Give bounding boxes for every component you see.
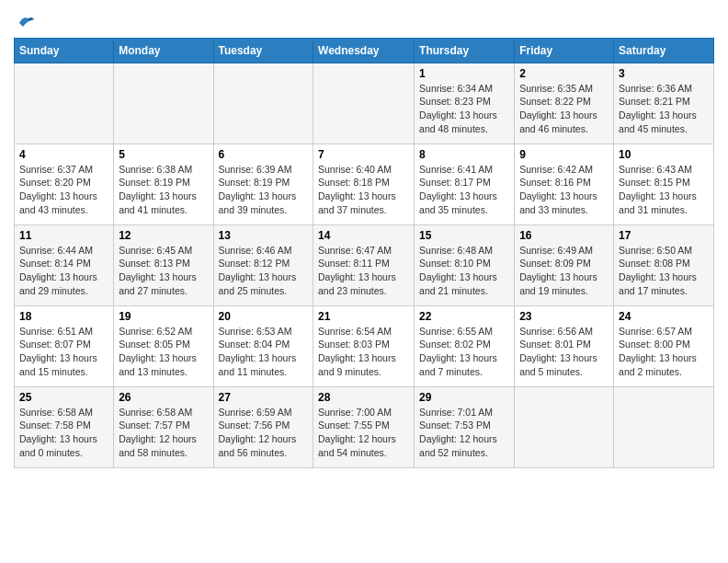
calendar-cell: 20Sunrise: 6:53 AM Sunset: 8:04 PM Dayli… <box>213 305 313 386</box>
day-number: 21 <box>318 310 409 323</box>
calendar-cell <box>213 63 313 144</box>
day-number: 28 <box>318 391 409 404</box>
day-number: 5 <box>119 148 208 161</box>
day-number: 3 <box>619 67 709 80</box>
calendar-cell: 11Sunrise: 6:44 AM Sunset: 8:14 PM Dayli… <box>15 224 114 305</box>
day-info: Sunrise: 6:49 AM Sunset: 8:09 PM Dayligh… <box>519 244 609 298</box>
day-info: Sunrise: 6:54 AM Sunset: 8:03 PM Dayligh… <box>318 325 409 379</box>
calendar-cell: 25Sunrise: 6:58 AM Sunset: 7:58 PM Dayli… <box>15 386 114 467</box>
calendar-table: SundayMondayTuesdayWednesdayThursdayFrid… <box>14 38 714 468</box>
day-info: Sunrise: 6:46 AM Sunset: 8:12 PM Dayligh… <box>219 244 309 298</box>
day-number: 7 <box>318 148 409 161</box>
day-number: 25 <box>19 391 108 404</box>
day-info: Sunrise: 6:57 AM Sunset: 8:00 PM Dayligh… <box>619 325 709 379</box>
day-header-saturday: Saturday <box>614 38 714 63</box>
day-header-wednesday: Wednesday <box>313 38 415 63</box>
day-number: 17 <box>619 229 709 242</box>
day-info: Sunrise: 6:52 AM Sunset: 8:05 PM Dayligh… <box>119 325 208 379</box>
calendar-cell: 16Sunrise: 6:49 AM Sunset: 8:09 PM Dayli… <box>515 224 614 305</box>
day-number: 14 <box>318 229 409 242</box>
calendar-cell: 21Sunrise: 6:54 AM Sunset: 8:03 PM Dayli… <box>313 305 415 386</box>
day-info: Sunrise: 6:40 AM Sunset: 8:18 PM Dayligh… <box>318 163 409 217</box>
calendar-cell: 2Sunrise: 6:35 AM Sunset: 8:22 PM Daylig… <box>515 63 614 144</box>
day-number: 18 <box>19 310 108 323</box>
calendar-cell: 7Sunrise: 6:40 AM Sunset: 8:18 PM Daylig… <box>313 144 415 224</box>
day-header-monday: Monday <box>114 38 213 63</box>
day-info: Sunrise: 6:42 AM Sunset: 8:16 PM Dayligh… <box>519 163 609 217</box>
days-header-row: SundayMondayTuesdayWednesdayThursdayFrid… <box>15 38 714 63</box>
day-info: Sunrise: 6:56 AM Sunset: 8:01 PM Dayligh… <box>519 325 609 379</box>
logo <box>14 9 38 32</box>
calendar-cell: 3Sunrise: 6:36 AM Sunset: 8:21 PM Daylig… <box>614 63 714 144</box>
calendar-cell: 18Sunrise: 6:51 AM Sunset: 8:07 PM Dayli… <box>15 305 114 386</box>
calendar-cell <box>515 386 614 467</box>
day-info: Sunrise: 6:55 AM Sunset: 8:02 PM Dayligh… <box>419 325 509 379</box>
calendar-cell: 15Sunrise: 6:48 AM Sunset: 8:10 PM Dayli… <box>415 224 515 305</box>
calendar-cell <box>614 386 714 467</box>
calendar-cell: 4Sunrise: 6:37 AM Sunset: 8:20 PM Daylig… <box>15 144 114 224</box>
calendar-cell: 17Sunrise: 6:50 AM Sunset: 8:08 PM Dayli… <box>614 224 714 305</box>
day-number: 29 <box>419 391 509 404</box>
calendar-cell: 23Sunrise: 6:56 AM Sunset: 8:01 PM Dayli… <box>515 305 614 386</box>
calendar-cell: 8Sunrise: 6:41 AM Sunset: 8:17 PM Daylig… <box>415 144 515 224</box>
calendar-cell: 27Sunrise: 6:59 AM Sunset: 7:56 PM Dayli… <box>213 386 313 467</box>
day-number: 13 <box>219 229 309 242</box>
day-number: 24 <box>619 310 709 323</box>
day-info: Sunrise: 6:53 AM Sunset: 8:04 PM Dayligh… <box>219 325 309 379</box>
calendar-cell: 29Sunrise: 7:01 AM Sunset: 7:53 PM Dayli… <box>415 386 515 467</box>
calendar-cell: 10Sunrise: 6:43 AM Sunset: 8:15 PM Dayli… <box>614 144 714 224</box>
calendar-cell: 5Sunrise: 6:38 AM Sunset: 8:19 PM Daylig… <box>114 144 213 224</box>
logo-bird-icon <box>16 14 36 32</box>
day-info: Sunrise: 6:51 AM Sunset: 8:07 PM Dayligh… <box>19 325 108 379</box>
day-number: 11 <box>19 229 108 242</box>
calendar-cell: 1Sunrise: 6:34 AM Sunset: 8:23 PM Daylig… <box>415 63 515 144</box>
day-info: Sunrise: 6:45 AM Sunset: 8:13 PM Dayligh… <box>119 244 208 298</box>
calendar-cell: 14Sunrise: 6:47 AM Sunset: 8:11 PM Dayli… <box>313 224 415 305</box>
calendar-cell: 24Sunrise: 6:57 AM Sunset: 8:00 PM Dayli… <box>614 305 714 386</box>
day-header-sunday: Sunday <box>15 38 114 63</box>
day-info: Sunrise: 6:50 AM Sunset: 8:08 PM Dayligh… <box>619 244 709 298</box>
day-number: 16 <box>519 229 609 242</box>
calendar-week-row: 1Sunrise: 6:34 AM Sunset: 8:23 PM Daylig… <box>15 63 714 144</box>
day-info: Sunrise: 6:39 AM Sunset: 8:19 PM Dayligh… <box>219 163 309 217</box>
calendar-cell: 19Sunrise: 6:52 AM Sunset: 8:05 PM Dayli… <box>114 305 213 386</box>
calendar-cell: 28Sunrise: 7:00 AM Sunset: 7:55 PM Dayli… <box>313 386 415 467</box>
day-number: 9 <box>519 148 609 161</box>
calendar-cell: 13Sunrise: 6:46 AM Sunset: 8:12 PM Dayli… <box>213 224 313 305</box>
calendar-cell <box>313 63 415 144</box>
day-number: 8 <box>419 148 509 161</box>
day-header-tuesday: Tuesday <box>213 38 313 63</box>
day-number: 6 <box>219 148 309 161</box>
calendar-week-row: 25Sunrise: 6:58 AM Sunset: 7:58 PM Dayli… <box>15 386 714 467</box>
calendar-cell: 9Sunrise: 6:42 AM Sunset: 8:16 PM Daylig… <box>515 144 614 224</box>
day-info: Sunrise: 6:37 AM Sunset: 8:20 PM Dayligh… <box>19 163 108 217</box>
day-number: 20 <box>219 310 309 323</box>
day-number: 15 <box>419 229 509 242</box>
calendar-cell <box>114 63 213 144</box>
day-number: 27 <box>219 391 309 404</box>
day-info: Sunrise: 6:43 AM Sunset: 8:15 PM Dayligh… <box>619 163 709 217</box>
day-number: 4 <box>19 148 108 161</box>
day-info: Sunrise: 6:59 AM Sunset: 7:56 PM Dayligh… <box>219 406 309 460</box>
calendar-cell: 26Sunrise: 6:58 AM Sunset: 7:57 PM Dayli… <box>114 386 213 467</box>
day-info: Sunrise: 6:44 AM Sunset: 8:14 PM Dayligh… <box>19 244 108 298</box>
day-number: 12 <box>119 229 208 242</box>
day-info: Sunrise: 6:36 AM Sunset: 8:21 PM Dayligh… <box>619 82 709 136</box>
day-header-thursday: Thursday <box>415 38 515 63</box>
day-info: Sunrise: 7:01 AM Sunset: 7:53 PM Dayligh… <box>419 406 509 460</box>
day-info: Sunrise: 7:00 AM Sunset: 7:55 PM Dayligh… <box>318 406 409 460</box>
day-number: 23 <box>519 310 609 323</box>
day-info: Sunrise: 6:58 AM Sunset: 7:58 PM Dayligh… <box>19 406 108 460</box>
day-info: Sunrise: 6:47 AM Sunset: 8:11 PM Dayligh… <box>318 244 409 298</box>
calendar-week-row: 18Sunrise: 6:51 AM Sunset: 8:07 PM Dayli… <box>15 305 714 386</box>
day-info: Sunrise: 6:58 AM Sunset: 7:57 PM Dayligh… <box>119 406 208 460</box>
calendar-cell <box>15 63 114 144</box>
calendar-cell: 22Sunrise: 6:55 AM Sunset: 8:02 PM Dayli… <box>415 305 515 386</box>
calendar-cell: 6Sunrise: 6:39 AM Sunset: 8:19 PM Daylig… <box>213 144 313 224</box>
day-number: 19 <box>119 310 208 323</box>
day-number: 10 <box>619 148 709 161</box>
day-number: 22 <box>419 310 509 323</box>
calendar-week-row: 11Sunrise: 6:44 AM Sunset: 8:14 PM Dayli… <box>15 224 714 305</box>
day-info: Sunrise: 6:34 AM Sunset: 8:23 PM Dayligh… <box>419 82 509 136</box>
calendar-cell: 12Sunrise: 6:45 AM Sunset: 8:13 PM Dayli… <box>114 224 213 305</box>
